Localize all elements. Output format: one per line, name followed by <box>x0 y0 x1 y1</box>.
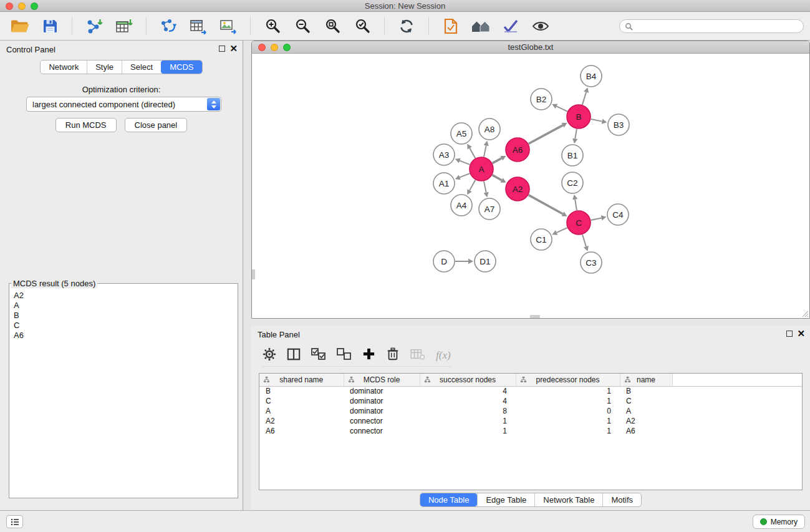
criterion-dropdown[interactable]: largest connected component (directed) <box>26 97 221 112</box>
import-table-button[interactable] <box>113 16 135 37</box>
graph-node-B2[interactable]: B2 <box>531 89 552 110</box>
table-settings-button[interactable] <box>263 347 276 364</box>
annotation-document-button[interactable] <box>440 16 462 37</box>
column-header-mcds-role[interactable]: MCDS role <box>344 374 420 386</box>
graph-node-A5[interactable]: A5 <box>451 123 472 144</box>
float-table-panel-button[interactable] <box>786 331 793 337</box>
show-columns-button[interactable] <box>287 347 301 364</box>
table-cell[interactable]: A2 <box>259 416 344 426</box>
deselect-all-button[interactable] <box>337 348 352 363</box>
zoom-window-button[interactable] <box>31 2 38 10</box>
canvas-handle[interactable] <box>252 269 255 279</box>
refresh-button[interactable] <box>395 16 418 37</box>
graph-edge-A-A8[interactable] <box>484 145 486 157</box>
graph-edge-A-A2[interactable] <box>493 175 502 180</box>
column-header-name[interactable]: name <box>620 374 672 386</box>
table-cell[interactable]: 1 <box>516 386 620 396</box>
table-cell[interactable]: A6 <box>620 426 672 436</box>
zoom-fit-button[interactable] <box>321 16 344 37</box>
table-row[interactable]: Bdominator41B <box>259 386 802 396</box>
table-cell[interactable]: A <box>259 406 344 416</box>
graph-node-A[interactable]: A <box>470 157 493 181</box>
close-panel-icon[interactable]: ✕ <box>229 43 238 54</box>
graph-node-B3[interactable]: B3 <box>608 114 629 135</box>
add-column-button[interactable] <box>362 347 375 363</box>
graph-node-C[interactable]: C <box>567 211 591 235</box>
graph-edge-A-A5[interactable] <box>470 148 475 158</box>
table-cell[interactable]: A2 <box>620 416 672 426</box>
table-cell[interactable]: 1 <box>420 416 516 426</box>
style-check-button[interactable] <box>499 16 522 37</box>
run-mcds-button[interactable]: Run MCDS <box>55 118 117 132</box>
column-header-shared-name[interactable]: shared name <box>259 374 344 386</box>
export-table-button[interactable] <box>187 16 210 37</box>
table-cell[interactable]: 8 <box>420 406 516 416</box>
table-cell[interactable]: connector <box>344 416 420 426</box>
table-cell[interactable]: connector <box>344 426 420 436</box>
graph-edge-C-C2[interactable] <box>575 200 577 211</box>
network-close-button[interactable] <box>258 44 266 51</box>
close-table-panel-icon[interactable]: ✕ <box>797 328 805 339</box>
graph-edge-A-A6[interactable] <box>493 158 502 163</box>
graph-edge-B-B2[interactable] <box>556 106 567 111</box>
zoom-in-button[interactable] <box>261 16 284 37</box>
graph-node-C1[interactable]: C1 <box>531 229 552 250</box>
close-window-button[interactable] <box>6 2 13 10</box>
table-row[interactable]: Adominator80A <box>259 406 802 416</box>
tab-network[interactable]: Network <box>41 60 87 74</box>
table-row[interactable]: A6connector11A6 <box>259 426 802 436</box>
graph-edge-A-A3[interactable] <box>460 161 470 165</box>
table-cell[interactable]: dominator <box>344 386 420 396</box>
select-all-button[interactable] <box>311 348 326 363</box>
column-header-predecessor-nodes[interactable]: predecessor nodes <box>516 374 620 386</box>
graph-edge-B-B1[interactable] <box>575 129 577 139</box>
eye-button[interactable] <box>529 16 552 37</box>
table-cell[interactable]: A <box>620 406 672 416</box>
zoom-out-button[interactable] <box>291 16 314 37</box>
close-panel-button[interactable]: Close panel <box>125 118 188 132</box>
graph-edge-C-C4[interactable] <box>591 218 602 220</box>
tab-edge-table[interactable]: Edge Table <box>477 493 534 506</box>
graph-node-C3[interactable]: C3 <box>581 252 602 273</box>
graph-node-B[interactable]: B <box>567 105 591 128</box>
graph-node-B4[interactable]: B4 <box>581 65 602 87</box>
table-cell[interactable]: dominator <box>344 406 420 416</box>
network-canvas[interactable]: B4B2BB3A5A8A6B1A3AC2A1A2A4A7C4CC1C3DD1 <box>252 54 809 318</box>
mcds-result-item[interactable]: C <box>14 321 233 331</box>
home-button[interactable] <box>470 16 492 37</box>
table-cell[interactable]: 4 <box>420 386 516 396</box>
table-cell[interactable]: 4 <box>420 396 516 406</box>
zoom-selected-button[interactable] <box>351 16 374 37</box>
table-cell[interactable]: 1 <box>420 426 516 436</box>
table-cell[interactable]: 1 <box>516 416 620 426</box>
memory-button[interactable]: Memory <box>753 515 805 529</box>
table-cell[interactable]: C <box>259 396 344 406</box>
canvas-handle[interactable] <box>530 315 540 318</box>
delete-table-button[interactable] <box>410 348 425 363</box>
graph-node-A2[interactable]: A2 <box>506 177 529 201</box>
table-cell[interactable]: 1 <box>516 396 620 406</box>
graph-node-A6[interactable]: A6 <box>506 138 529 162</box>
graph-edge-B-B4[interactable] <box>582 92 586 105</box>
graph-edge-C-C1[interactable] <box>557 228 567 233</box>
graph-node-C4[interactable]: C4 <box>607 204 629 225</box>
delete-column-button[interactable] <box>386 347 400 364</box>
table-cell[interactable]: dominator <box>344 396 420 406</box>
mcds-result-item[interactable]: B <box>14 311 233 321</box>
tab-select[interactable]: Select <box>122 60 161 74</box>
graph-edge-A-A4[interactable] <box>470 180 475 191</box>
tab-mcds[interactable]: MCDS <box>161 60 201 74</box>
graph-node-A4[interactable]: A4 <box>451 195 472 216</box>
table-cell[interactable]: A6 <box>259 426 344 436</box>
search-box[interactable] <box>619 19 804 33</box>
table-cell[interactable]: 1 <box>516 426 620 436</box>
float-panel-button[interactable] <box>219 46 225 52</box>
mcds-result-item[interactable]: A2 <box>14 291 233 301</box>
network-minimize-button[interactable] <box>271 44 278 51</box>
resize-corner-icon[interactable] <box>801 310 809 317</box>
tab-network-table[interactable]: Network Table <box>534 493 602 506</box>
graph-edge-A2-C[interactable] <box>529 195 563 214</box>
graph-edge-A-A7[interactable] <box>484 181 486 193</box>
graph-node-D[interactable]: D <box>433 251 455 272</box>
open-folder-button[interactable] <box>9 16 31 37</box>
